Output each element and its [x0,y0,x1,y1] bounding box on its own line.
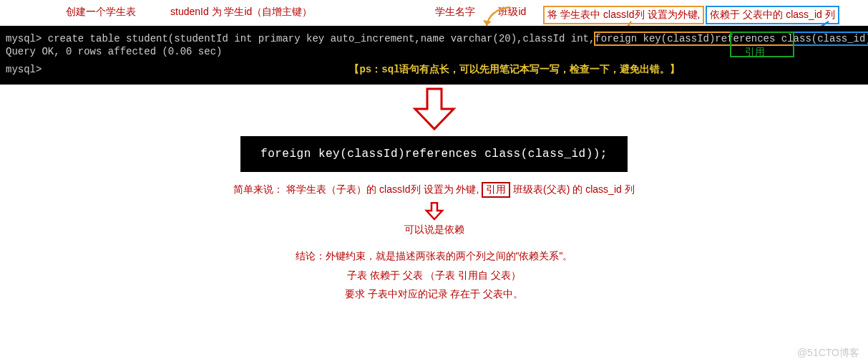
label-student-id: studenId 为 学生id（自增主键） [170,6,312,24]
references-label: 引用 [745,46,765,59]
conclusion-line3: 要求 子表中对应的记录 存在于 父表中。 [296,284,573,304]
terminal-prompt1: mysql> [6,33,48,44]
terminal-cmd-fk: foreign key(classId)references class(cla… [595,33,868,44]
explain-post: 班级表(父表) 的 class_id 列 [513,183,635,195]
depend-text: 可以说是依赖 [404,224,464,236]
big-arrow-down-icon [409,87,459,132]
terminal-ps-note: 【ps：sql语句有点长，可以先用笔记本写一写，检查一下，避免出错。】 [349,63,680,76]
code-strip: foreign key(classId)references class(cla… [240,136,628,172]
label-student-name: 学生名字 [435,6,475,24]
label-depend-note-box: 依赖于 父表中的 class_id 列 [706,6,839,24]
terminal-line-1: mysql> create table student(studentId in… [6,33,862,44]
terminal-cmd-pre: create table student(studentId int prima… [48,33,595,44]
conclusion-line1: 结论：外键约束，就是描述两张表的两个列之间的"依赖关系"。 [296,246,573,266]
conclusion-line2: 子表 依赖于 父表 （子表 引用自 父表） [296,266,573,285]
terminal-result: Query OK, 0 rows affected (0.06 sec) [6,46,862,57]
small-arrow-down-icon [424,202,445,221]
explain-box-reference: 引用 [482,182,510,198]
terminal-prompt2: mysql> [6,64,42,75]
center-column: foreign key(classId)references class(cla… [0,87,868,304]
terminal-block: mysql> create table student(studentId in… [0,26,868,85]
label-class-id: 班级id [498,6,526,24]
explain-line: 简单来说： 将学生表（子表）的 classId列 设置为 外键, 引用 班级表(… [233,182,634,198]
top-annotations-row: 创建一个学生表 studenId 为 学生id（自增主键） 学生名字 班级id … [0,0,868,26]
code-strip-text: foreign key(classId)references class(cla… [260,148,608,161]
label-fk-note-box: 将 学生表中 classId列 设置为外键, [543,6,704,24]
explain-pre: 简单来说： 将学生表（子表）的 classId列 设置为 外键, [233,183,479,195]
label-create-table: 创建一个学生表 [66,6,136,24]
conclusion-block: 结论：外键约束，就是描述两张表的两个列之间的"依赖关系"。 子表 依赖于 父表 … [296,246,573,304]
watermark-text: @51CTO博客 [797,347,859,360]
